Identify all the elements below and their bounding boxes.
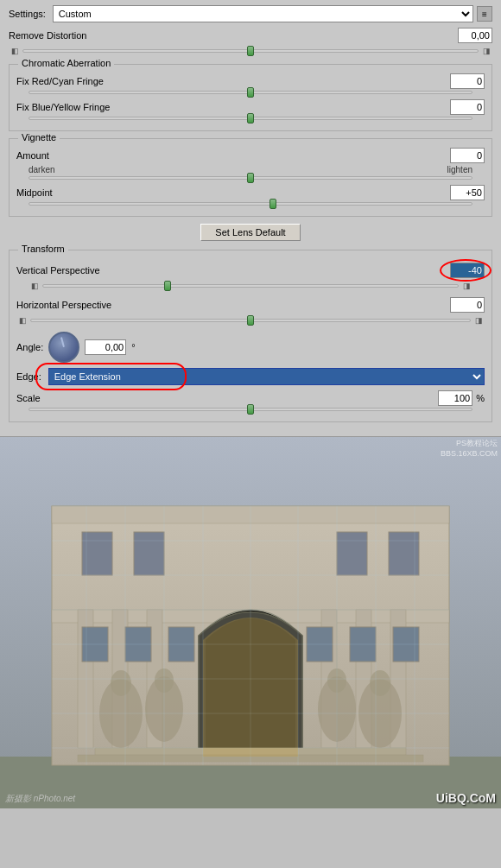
slider-left-icon: ◧ [9, 45, 21, 57]
svg-point-26 [370, 670, 390, 696]
angle-label: Angle: [16, 342, 43, 352]
vertical-perspective-slider[interactable] [42, 284, 459, 288]
watermark-left: 新摄影 nPhoto.net [5, 793, 75, 805]
scale-label: Scale [16, 393, 434, 403]
horizontal-perspective-input[interactable] [450, 297, 485, 313]
remove-distortion-label: Remove Distortion [9, 30, 458, 41]
svg-rect-14 [337, 532, 367, 575]
vertical-perspective-label: Vertical Perspective [16, 265, 450, 276]
edge-label: Edge: [16, 371, 41, 382]
midpoint-input[interactable] [450, 185, 485, 200]
hp-right-icon: ◨ [472, 314, 485, 326]
remove-distortion-slider[interactable] [22, 49, 479, 53]
vp-left-icon: ◧ [29, 280, 41, 292]
darken-label: darken [29, 165, 55, 174]
fix-red-cyan-slider[interactable] [29, 91, 472, 94]
preview-image: PS教程论坛 BBS.16XB.COM 新摄影 nPhoto.net UiBQ.… [0, 437, 501, 808]
percent-symbol: % [476, 393, 485, 403]
scale-input[interactable] [438, 390, 472, 406]
chromatic-aberration-title: Chromatic Aberration [18, 58, 114, 68]
vignette-title: Vignette [18, 132, 60, 143]
amount-input[interactable] [450, 148, 485, 163]
angle-dial[interactable] [48, 332, 79, 363]
angle-dial-line [60, 337, 65, 347]
building-svg [0, 437, 501, 808]
fix-blue-yellow-slider[interactable] [29, 117, 472, 120]
vp-right-icon: ◨ [460, 280, 472, 292]
fix-blue-yellow-input[interactable] [450, 99, 485, 115]
remove-distortion-input[interactable] [458, 28, 492, 43]
midpoint-slider[interactable] [29, 202, 472, 206]
hp-left-icon: ◧ [16, 314, 29, 326]
watermark-top-right: PS教程论坛 BBS.16XB.COM [441, 439, 498, 459]
degree-symbol: ° [131, 342, 135, 352]
settings-label: Settings: [9, 9, 46, 19]
edge-select[interactable]: Edge Extension Transparency Background C… [48, 368, 485, 385]
amount-slider[interactable] [29, 176, 472, 180]
watermark-right: UiBQ.CoM [436, 791, 496, 805]
set-lens-default-button[interactable]: Set Lens Default [200, 224, 300, 241]
svg-rect-12 [134, 532, 164, 575]
settings-select[interactable]: Custom [53, 5, 473, 22]
amount-label: Amount [16, 150, 450, 161]
transform-title: Transform [18, 244, 68, 254]
fix-blue-yellow-label: Fix Blue/Yellow Fringe [16, 102, 450, 112]
lighten-label: lighten [447, 165, 472, 174]
horizontal-perspective-slider[interactable] [30, 319, 471, 322]
slider-right-icon: ◨ [480, 45, 492, 57]
angle-input[interactable] [85, 339, 126, 355]
vertical-perspective-input[interactable] [450, 263, 485, 278]
fix-red-cyan-label: Fix Red/Cyan Fringe [16, 76, 450, 86]
fix-red-cyan-input[interactable] [450, 73, 485, 89]
midpoint-label: Midpoint [16, 187, 450, 198]
scale-slider[interactable] [29, 408, 472, 411]
settings-menu-icon[interactable]: ≡ [477, 6, 492, 22]
horizontal-perspective-label: Horizontal Perspective [16, 300, 450, 310]
svg-point-22 [111, 670, 131, 696]
